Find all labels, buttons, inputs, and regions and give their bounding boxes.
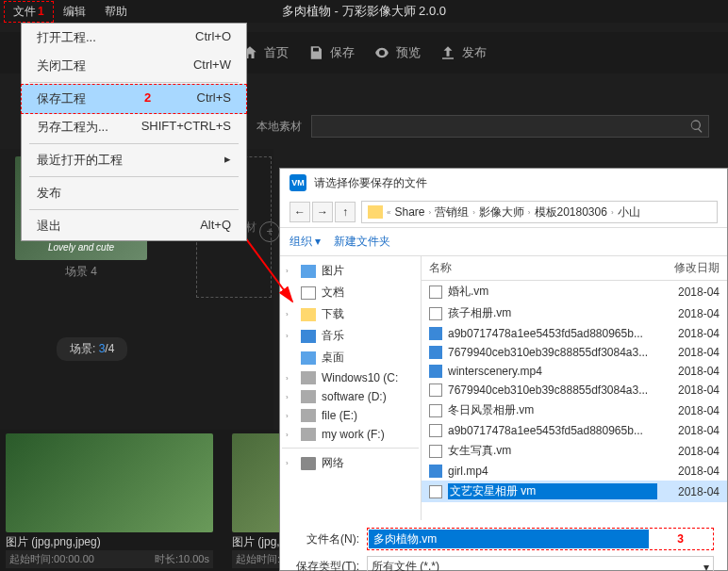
nav-back-button[interactable]: ← — [290, 202, 310, 222]
home-button[interactable]: 首页 — [241, 44, 289, 61]
asset-search-input[interactable] — [311, 115, 709, 138]
local-assets-label: 本地素材 — [256, 119, 302, 135]
organize-button[interactable]: 组织 ▾ — [290, 234, 321, 250]
folder-icon — [368, 205, 383, 219]
dialog-title: 请选择你要保存的文件 — [314, 175, 427, 191]
menu-open-project[interactable]: 打开工程...Ctrl+O — [22, 24, 246, 52]
marker-1: 1 — [38, 5, 44, 18]
save-icon — [307, 44, 324, 61]
tree-item[interactable]: ›音乐 — [282, 325, 419, 347]
menu-publish[interactable]: 发布 — [22, 179, 246, 207]
file-list: 名称 修改日期 婚礼.vm2018-04孩子相册.vm2018-04a9b071… — [422, 256, 727, 520]
nav-forward-button[interactable]: → — [312, 202, 333, 222]
menu-saveas-project[interactable]: 另存工程为...SHIFT+CTRL+S — [22, 113, 246, 141]
new-folder-button[interactable]: 新建文件夹 — [334, 234, 390, 250]
filename-label: 文件名(N): — [293, 531, 359, 547]
filetype-label: 保存类型(T): — [293, 559, 359, 571]
add-icon[interactable]: + — [259, 221, 280, 242]
menu-recent-projects[interactable]: 最近打开的工程▸ — [22, 146, 246, 174]
tree-item[interactable]: 桌面 — [282, 347, 419, 368]
timeline-clip[interactable]: 图片 (jpg,png,jpeg) 起始时间:00:00.00时长:10.00s — [6, 433, 213, 567]
file-row[interactable]: girl.mp42018-04 — [422, 462, 727, 481]
tree-item[interactable]: ›图片 — [282, 260, 419, 282]
tree-item[interactable]: ›Windows10 (C: — [282, 368, 419, 387]
publish-button[interactable]: 发布 — [439, 44, 487, 61]
filetype-select[interactable]: 所有文件 (*.*)▾ — [367, 556, 714, 571]
filename-input[interactable] — [369, 530, 649, 548]
upload-icon — [439, 44, 456, 61]
menu-file[interactable]: 文件1 — [4, 1, 54, 23]
save-file-dialog: VM 请选择你要保存的文件 ← → ↑ « Share› 营销组› 影像大师› … — [279, 168, 728, 571]
menu-help[interactable]: 帮助 — [95, 1, 137, 23]
file-row[interactable]: 女生写真.vm2018-04 — [422, 440, 727, 462]
tree-item[interactable]: ›文档 — [282, 282, 419, 303]
path-breadcrumb[interactable]: « Share› 营销组› 影像大师› 模板20180306› 小山 — [361, 201, 718, 223]
preview-button[interactable]: 预览 — [373, 44, 421, 61]
tree-item[interactable]: ›software (D:) — [282, 387, 419, 406]
column-name[interactable]: 名称 — [429, 260, 663, 276]
file-row[interactable]: winterscenery.mp42018-04 — [422, 362, 727, 381]
scene-label: 场景 4 — [15, 264, 147, 280]
file-row[interactable]: a9b0717478a1ee5453fd5ad880965b...2018-04 — [422, 324, 727, 343]
menu-close-project[interactable]: 关闭工程Ctrl+W — [22, 52, 246, 80]
file-row[interactable]: 婚礼.vm2018-04 — [422, 281, 727, 302]
folder-tree: ›图片›文档›下载›音乐桌面›Windows10 (C:›software (D… — [280, 256, 422, 520]
column-date[interactable]: 修改日期 — [663, 260, 720, 276]
menu-exit[interactable]: 退出Alt+Q — [22, 212, 246, 240]
file-menu-dropdown: 打开工程...Ctrl+O 关闭工程Ctrl+W 保存工程2Ctrl+S 另存工… — [21, 23, 247, 241]
save-button[interactable]: 保存 — [307, 44, 355, 61]
marker-3: 3 — [677, 532, 684, 546]
menu-save-project[interactable]: 保存工程2Ctrl+S — [21, 84, 247, 114]
tree-item[interactable]: ›file (E:) — [282, 406, 419, 425]
file-row[interactable]: 冬日风景相册.vm2018-04 — [422, 400, 727, 421]
tree-item[interactable]: ›网络 — [282, 452, 419, 474]
file-row[interactable]: a9b0717478a1ee5453fd5ad880965b...2018-04 — [422, 421, 727, 440]
scene-counter: 场景: 3/4 — [57, 337, 127, 361]
file-row[interactable]: 孩子相册.vm2018-04 — [422, 302, 727, 324]
file-row[interactable]: 7679940ceb310eb39c88855df3084a3...2018-0… — [422, 343, 727, 362]
nav-up-button[interactable]: ↑ — [335, 202, 356, 222]
search-icon — [689, 119, 704, 134]
file-row[interactable]: 文艺安星相册 vm2018-04 — [422, 481, 727, 502]
file-row[interactable]: 7679940ceb310eb39c88855df3084a3...2018-0… — [422, 381, 727, 400]
tree-item[interactable]: ›下载 — [282, 303, 419, 325]
tree-item[interactable]: ›my work (F:) — [282, 425, 419, 444]
eye-icon — [373, 44, 390, 61]
menu-edit[interactable]: 编辑 — [54, 1, 95, 23]
marker-2: 2 — [144, 90, 151, 105]
app-icon: VM — [290, 174, 306, 191]
